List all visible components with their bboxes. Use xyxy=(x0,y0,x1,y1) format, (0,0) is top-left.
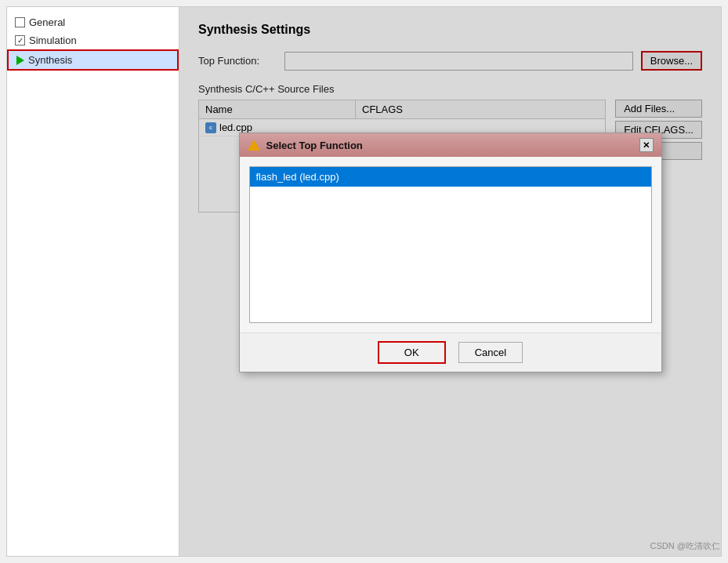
sidebar: General Simulation Synthesis xyxy=(7,7,179,556)
dialog-titlebar: Select Top Function ✕ xyxy=(240,133,661,157)
dialog-footer: OK Cancel xyxy=(240,332,661,372)
function-list[interactable]: flash_led (led.cpp) xyxy=(249,166,652,323)
cancel-button[interactable]: Cancel xyxy=(458,342,523,363)
dialog-close-button[interactable]: ✕ xyxy=(639,138,654,152)
list-item[interactable]: flash_led (led.cpp) xyxy=(250,167,651,187)
sidebar-item-synthesis[interactable]: Synthesis xyxy=(7,49,179,71)
general-checkbox[interactable] xyxy=(15,17,25,27)
sidebar-item-general[interactable]: General xyxy=(7,13,179,31)
simulation-checkbox[interactable] xyxy=(15,35,25,45)
select-top-function-dialog: Select Top Function ✕ flash_led (led.cpp… xyxy=(239,133,662,372)
ok-button[interactable]: OK xyxy=(378,341,446,364)
dialog-body: flash_led (led.cpp) xyxy=(240,157,661,332)
dialog-title: Select Top Function xyxy=(266,140,363,151)
dialog-overlay: Select Top Function ✕ flash_led (led.cpp… xyxy=(179,7,721,556)
watermark: CSDN @吃清吹仁 xyxy=(650,540,720,552)
main-content: Synthesis Settings Top Function: Browse.… xyxy=(179,7,721,556)
sidebar-item-simulation-label: Simulation xyxy=(29,35,77,46)
sidebar-item-simulation[interactable]: Simulation xyxy=(7,31,179,49)
play-icon xyxy=(16,56,24,65)
sidebar-item-general-label: General xyxy=(29,16,65,28)
warning-icon xyxy=(248,140,260,151)
dialog-title-left: Select Top Function xyxy=(248,140,363,151)
sidebar-item-synthesis-label: Synthesis xyxy=(28,54,72,66)
